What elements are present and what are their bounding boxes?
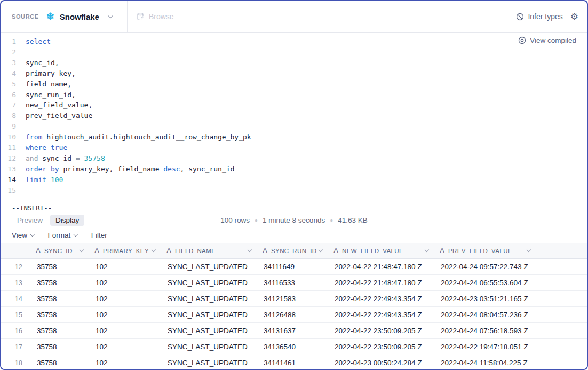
table-header-row: ASYNC_IDAPRIMARY_KEYAFIELD_NAMEASYNC_RUN… [1,243,587,259]
table-row: 1435758102SYNC_LAST_UPDATED341215832022-… [1,291,587,307]
row-number-cell: 14 [1,291,30,306]
line-number: 9 [1,121,16,132]
table-cell: SYNC_LAST_UPDATED [161,259,257,274]
table-cell: 2022-04-24 07:56:18.593 Z [434,323,536,338]
column-name: NEW_FIELD_VALUE [342,248,403,254]
code-text: field_name, [26,79,71,90]
table-cell: 102 [89,307,161,322]
browse-label: Browse [149,12,174,21]
column-header-field_name[interactable]: AFIELD_NAME [161,243,257,258]
chevron-down-icon[interactable] [527,248,531,252]
results-table: ASYNC_IDAPRIMARY_KEYAFIELD_NAMEASYNC_RUN… [1,243,587,369]
filler-cell [536,291,587,306]
filler-cell [536,259,587,274]
line-number: 6 [1,90,16,100]
header-filler-cell [536,243,587,258]
toolbar-label: View [12,231,27,239]
results-tabs: PreviewDisplay [12,215,86,226]
toolbar-label: Filter [91,231,107,239]
tab-preview[interactable]: Preview [12,215,48,226]
browse-button[interactable]: Browse [136,12,174,21]
toolbar-label: Format [48,231,71,239]
table-cell: 2022-04-23 03:51:21.165 Z [434,291,536,306]
line-number: 7 [1,100,16,111]
stat-value: 100 rows [220,216,250,224]
line-number: 3 [1,58,16,68]
column-header-prev_field_value[interactable]: APREV_FIELD_VALUE [434,243,536,258]
line-number: 8 [1,111,16,121]
column-header-new_field_value[interactable]: ANEW_FIELD_VALUE [328,243,434,258]
infer-types-button[interactable]: Infer types [516,12,562,21]
stat-value: 41.63 KB [338,216,368,224]
code-area[interactable]: 1select23sync_id,4primary_key,5field_nam… [1,36,587,196]
toolbar-format-button[interactable]: Format [48,231,77,239]
eye-icon [518,36,526,44]
table-cell: 34141461 [257,355,328,369]
row-number-cell: 15 [1,307,30,322]
chevron-down-icon[interactable] [248,248,252,252]
string-type-icon: A [440,247,444,255]
code-line: 4primary_key, [1,68,587,79]
gear-icon: ⚙ [570,12,578,22]
database-bolt-icon [136,12,145,21]
code-text: primary_key, [26,68,76,79]
column-name: FIELD_NAME [175,248,216,254]
table-cell: SYNC_LAST_UPDATED [161,339,257,355]
table-row: 1335758102SYNC_LAST_UPDATED341165332022-… [1,275,587,291]
code-line: 12and sync_id = 35758 [1,153,587,164]
toolbar-view-button[interactable]: View [12,231,34,239]
chevron-down-icon[interactable] [80,248,84,252]
table-cell: 102 [89,355,161,369]
stat-value: 1 minute 8 seconds [263,216,325,224]
line-number: 13 [1,164,16,175]
code-text: prev_field_value [26,111,92,121]
table-cell: SYNC_LAST_UPDATED [161,275,257,290]
line-number: 11 [1,143,16,153]
sql-editor[interactable]: View compiled 1select23sync_id,4primary_… [1,33,587,202]
code-text: new_field_value, [26,100,92,111]
column-header-sync_run_id[interactable]: ASYNC_RUN_ID [257,243,328,258]
tab-display[interactable]: Display [50,215,84,226]
code-line: 10from hightouch_audit.hightouch_audit__… [1,132,587,143]
table-row: 1235758102SYNC_LAST_UPDATED341116492022-… [1,259,587,275]
string-type-icon: A [36,247,41,255]
table-cell: 102 [89,323,161,338]
code-line: 5field_name, [1,79,587,90]
chevron-down-icon[interactable] [152,248,156,252]
table-cell: 35758 [30,355,89,369]
table-cell: 35758 [30,259,89,274]
filler-cell [536,339,587,355]
code-text: select [26,36,51,47]
row-number-cell: 16 [1,323,30,338]
table-cell: 2022-04-22 19:47:18.051 Z [434,339,536,355]
query-stats: 100 rows●1 minute 8 seconds●41.63 KB [220,216,368,224]
results-toolbar: ViewFormatFilter [1,227,587,243]
chevron-down-icon[interactable] [319,248,323,252]
string-type-icon: A [333,247,338,255]
filler-cell [536,307,587,322]
table-cell: 2022-04-24 08:04:57.236 Z [434,307,536,322]
line-number: 2 [1,47,16,58]
code-line: 14limit 100 [1,175,587,185]
table-cell: SYNC_LAST_UPDATED [161,323,257,338]
column-header-primary_key[interactable]: APRIMARY_KEY [89,243,161,258]
chevron-down-icon[interactable] [425,248,429,252]
code-line: 2 [1,47,587,58]
table-row: 1735758102SYNC_LAST_UPDATED341365402022-… [1,339,587,355]
table-cell: 2022-04-24 06:55:53.604 Z [434,275,536,290]
filler-cell [536,275,587,290]
source-selector[interactable]: ❄ Snowflake [46,12,112,21]
line-number: 10 [1,132,16,143]
sql-editor-panel: SOURCE ❄ Snowflake Browse [0,0,588,370]
row-number-cell: 18 [1,355,30,369]
filler-cell [536,323,587,338]
column-header-sync_id[interactable]: ASYNC_ID [30,243,89,258]
table-cell: 102 [89,259,161,274]
view-compiled-button[interactable]: View compiled [518,36,576,44]
table-cell: 102 [89,291,161,306]
settings-button[interactable]: ⚙ [570,12,578,21]
table-cell: 2022-04-22 21:48:47.180 Z [328,259,434,274]
toolbar-filter-button[interactable]: Filter [91,231,107,239]
table-row: 1535758102SYNC_LAST_UPDATED341264882022-… [1,307,587,323]
table-cell: SYNC_LAST_UPDATED [161,307,257,322]
